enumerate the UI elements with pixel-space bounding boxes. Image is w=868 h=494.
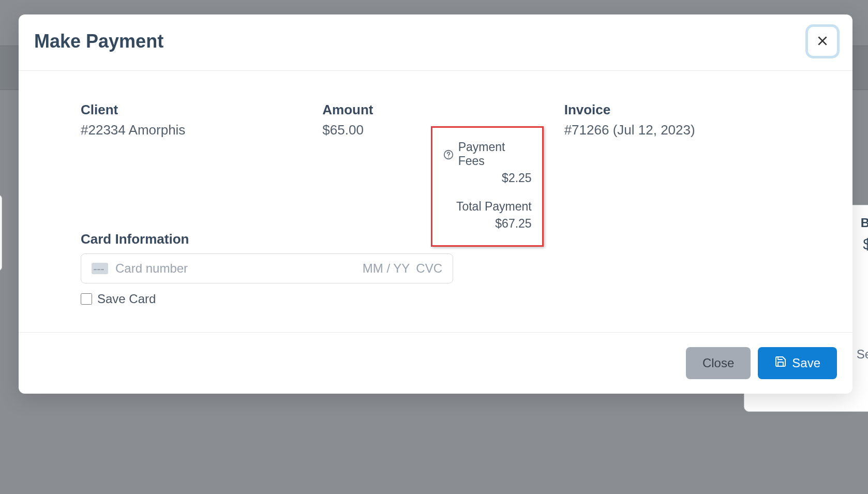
invoice-value: #71266 (Jul 12, 2023): [564, 122, 790, 138]
credit-card-icon: [92, 263, 108, 274]
svg-rect-3: [94, 269, 97, 270]
client-value: #22334 Amorphis: [81, 122, 307, 138]
svg-point-1: [448, 157, 449, 158]
help-circle-icon[interactable]: [443, 147, 454, 161]
save-card-checkbox[interactable]: [81, 293, 92, 305]
card-number-input[interactable]: [115, 261, 363, 276]
bg-text: Se: [857, 347, 868, 362]
total-payment-value: $67.25: [443, 217, 532, 231]
modal-body: Client #22334 Amorphis Amount $65.00: [19, 71, 852, 332]
payment-fees-row: Payment Fees: [443, 140, 532, 168]
amount-label: Amount: [322, 102, 548, 118]
amount-column: Amount $65.00 Payment Fees $2.2: [322, 102, 548, 138]
save-card-label[interactable]: Save Card: [81, 292, 790, 306]
save-card-text: Save Card: [97, 292, 156, 306]
client-column: Client #22334 Amorphis: [81, 102, 307, 138]
invoice-column: Invoice #71266 (Jul 12, 2023): [564, 102, 790, 138]
modal-header: Make Payment: [19, 14, 852, 71]
close-footer-button[interactable]: Close: [686, 347, 751, 379]
modal-footer: Close Save: [19, 332, 852, 394]
card-expiry-placeholder[interactable]: MM / YY: [363, 261, 410, 276]
payment-fees-value: $2.25: [443, 171, 532, 185]
save-button[interactable]: Save: [758, 347, 837, 379]
invoice-label: Invoice: [564, 102, 790, 118]
svg-rect-5: [101, 269, 104, 270]
svg-rect-2: [92, 263, 108, 274]
bg-text: $: [863, 235, 868, 253]
background-left-stub: [0, 194, 2, 271]
bg-text: B: [861, 216, 868, 230]
make-payment-modal: Make Payment Client #22334 Amorphis Amou…: [19, 14, 852, 394]
total-payment-label: Total Payment: [443, 200, 532, 214]
save-disk-icon: [774, 355, 787, 371]
client-label: Client: [81, 102, 307, 118]
payment-fees-label: Payment Fees: [458, 140, 532, 168]
save-button-label: Save: [792, 356, 820, 370]
close-button[interactable]: [808, 27, 837, 56]
card-input-container[interactable]: MM / YY CVC: [81, 253, 453, 283]
svg-rect-4: [97, 269, 100, 270]
card-cvc-placeholder[interactable]: CVC: [416, 261, 442, 276]
fees-highlight-box: Payment Fees $2.25 Total Payment $67.25: [431, 126, 544, 247]
modal-title: Make Payment: [34, 31, 163, 52]
payment-info-row: Client #22334 Amorphis Amount $65.00: [81, 102, 790, 138]
close-button-label: Close: [702, 356, 734, 370]
close-icon: [816, 34, 829, 49]
